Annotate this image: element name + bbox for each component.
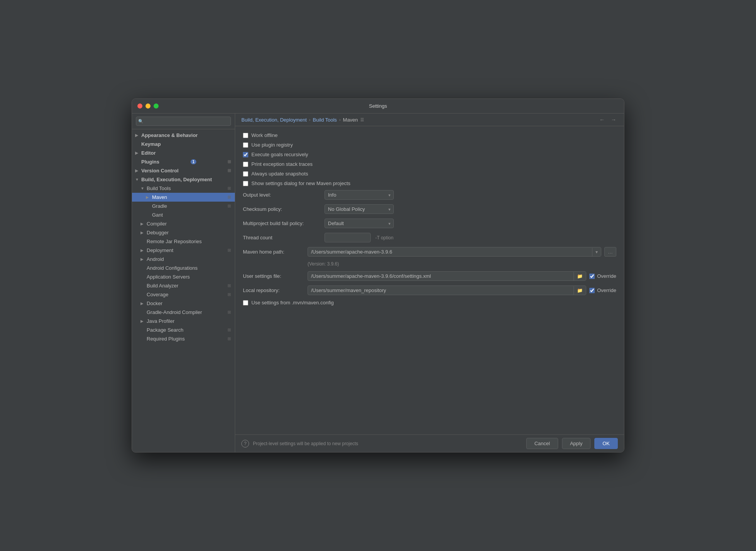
expand-arrow: ▶ [140,257,145,261]
sidebar-item-required-plugins[interactable]: Required Plugins ⊞ [132,334,235,343]
sidebar-item-plugins[interactable]: Plugins 1 ⊞ [132,157,235,166]
maximize-button[interactable] [154,104,159,109]
apply-button[interactable]: Apply [562,438,591,449]
execute-goals-label[interactable]: Execute goals recursively [251,152,308,157]
sidebar-item-gradle-android[interactable]: Gradle-Android Compiler ⊞ [132,308,235,317]
output-level-select[interactable]: Error Warning Info Debug [324,190,394,200]
sidebar-item-maven[interactable]: ▶ Maven ⊞ [132,193,235,202]
multiproject-policy-select-wrap: Default Fail At End Never Fail [324,219,394,228]
local-repo-input-wrap: 📁 [308,286,586,295]
thread-count-row: Thread count -T option [243,233,616,242]
sidebar-item-label: Build, Execution, Deployment [141,177,212,182]
sidebar-item-label: Gradle [152,203,167,209]
checksum-policy-label: Checksum policy: [243,206,320,212]
sidebar-item-debugger[interactable]: ▶ Debugger [132,228,235,237]
use-mvn-config-checkbox[interactable] [243,300,248,306]
sidebar-item-compiler[interactable]: ▶ Compiler [132,219,235,228]
local-repo-override-wrap: Override [589,287,616,293]
sidebar-item-label: Compiler [147,221,167,227]
settings-icon: ⊞ [227,168,231,173]
window-controls [137,104,159,109]
always-update-label[interactable]: Always update snapshots [251,171,308,177]
sidebar-item-remote-jar[interactable]: Remote Jar Repositories [132,237,235,246]
close-button[interactable] [137,104,142,109]
sidebar-item-java-profiler[interactable]: ▶ Java Profiler [132,317,235,326]
use-plugin-registry-label[interactable]: Use plugin registry [251,142,293,148]
sidebar-item-editor[interactable]: ▶ Editor [132,149,235,157]
sidebar-item-gradle[interactable]: Gradle ⊞ [132,202,235,210]
minimize-button[interactable] [146,104,151,109]
sidebar-item-build-execution[interactable]: ▼ Build, Execution, Deployment [132,175,235,184]
expand-arrow: ▶ [140,301,145,306]
use-mvn-config-label[interactable]: Use settings from .mvn/maven.config [251,300,334,306]
breadcrumb-item-1[interactable]: Build Tools [313,117,337,123]
nav-forward-button[interactable]: → [609,117,618,123]
maven-home-browse-button[interactable]: … [604,247,616,257]
work-offline-label[interactable]: Work offline [251,132,278,138]
checksum-policy-select[interactable]: No Global Policy Fail Warn Ignore [324,204,394,214]
sidebar-item-android[interactable]: ▶ Android [132,255,235,264]
cancel-button[interactable]: Cancel [526,438,558,449]
show-settings-dialog-checkbox[interactable] [243,181,248,186]
sidebar-item-deployment[interactable]: ▶ Deployment ⊞ [132,246,235,255]
settings-icon: ⊞ [227,159,231,164]
work-offline-checkbox[interactable] [243,133,248,138]
sidebar-item-label: Coverage [147,292,168,297]
sidebar-item-keymap[interactable]: Keymap [132,140,235,149]
search-input[interactable] [136,117,231,126]
maven-home-dropdown-button[interactable]: ▾ [592,248,601,256]
maven-home-input[interactable] [308,247,592,256]
execute-goals-checkbox[interactable] [243,152,248,157]
local-repo-browse-folder-button[interactable]: 📁 [574,286,586,295]
local-repo-override-checkbox[interactable] [589,288,595,293]
multiproject-policy-select[interactable]: Default Fail At End Never Fail [324,219,394,228]
expand-arrow: ▼ [140,186,145,190]
use-plugin-registry-checkbox[interactable] [243,142,248,148]
user-settings-override-checkbox[interactable] [589,274,595,279]
multiproject-policy-row: Multiproject build fail policy: Default … [243,219,616,228]
print-exception-label[interactable]: Print exception stack traces [251,161,313,167]
local-repo-input[interactable] [308,286,574,295]
user-settings-browse-folder-button[interactable]: 📁 [574,272,586,281]
sidebar-item-label: Deployment [147,247,173,253]
sidebar-item-label: Package Search [147,327,183,333]
sidebar-item-android-config[interactable]: Android Configurations [132,264,235,272]
thread-count-input[interactable] [324,233,371,242]
sidebar-item-coverage[interactable]: Coverage ⊞ [132,290,235,299]
user-settings-input-wrap: 📁 [308,271,586,281]
sidebar-item-version-control[interactable]: ▶ Version Control ⊞ [132,166,235,175]
settings-icon: ⊞ [227,195,231,200]
sidebar-item-label: Keymap [141,141,161,147]
user-settings-input[interactable] [308,272,574,281]
breadcrumb-item-0[interactable]: Build, Execution, Deployment [241,117,307,123]
sidebar-item-label: Maven [152,194,167,200]
settings-content: Work offline Use plugin registry Execute… [235,126,624,434]
settings-icon: ⊞ [227,336,231,341]
window-title: Settings [369,103,387,109]
sidebar-item-appearance[interactable]: ▶ Appearance & Behavior [132,131,235,140]
nav-back-button[interactable]: ← [598,117,606,123]
help-icon[interactable]: ? [241,440,249,447]
sidebar-item-label: Build Analyzer [147,283,178,289]
ok-button[interactable]: OK [594,438,618,449]
sidebar-item-label: Build Tools [147,185,171,191]
breadcrumb-current: Maven [343,117,358,123]
always-update-checkbox[interactable] [243,171,248,177]
local-repo-override-label[interactable]: Override [597,287,616,293]
checkbox-use-plugin-registry: Use plugin registry [243,142,616,148]
show-settings-dialog-label[interactable]: Show settings dialog for new Maven proje… [251,180,350,186]
settings-icon: ⊞ [227,327,231,332]
multiproject-policy-label: Multiproject build fail policy: [243,220,320,226]
breadcrumb-menu-icon[interactable]: ☰ [360,117,364,122]
output-level-select-wrap: Error Warning Info Debug [324,190,394,200]
sidebar-item-package-search[interactable]: Package Search ⊞ [132,326,235,334]
sidebar-item-build-tools[interactable]: ▼ Build Tools ⊞ [132,184,235,193]
sidebar-item-label: Remote Jar Repositories [147,239,202,244]
sidebar-item-gant[interactable]: Gant [132,210,235,219]
user-settings-override-label[interactable]: Override [597,273,616,279]
sidebar-item-build-analyzer[interactable]: Build Analyzer ⊞ [132,281,235,290]
expand-arrow: ▶ [135,133,140,137]
print-exception-checkbox[interactable] [243,162,248,167]
sidebar-item-docker[interactable]: ▶ Docker [132,299,235,308]
sidebar-item-app-servers[interactable]: Application Servers [132,272,235,281]
